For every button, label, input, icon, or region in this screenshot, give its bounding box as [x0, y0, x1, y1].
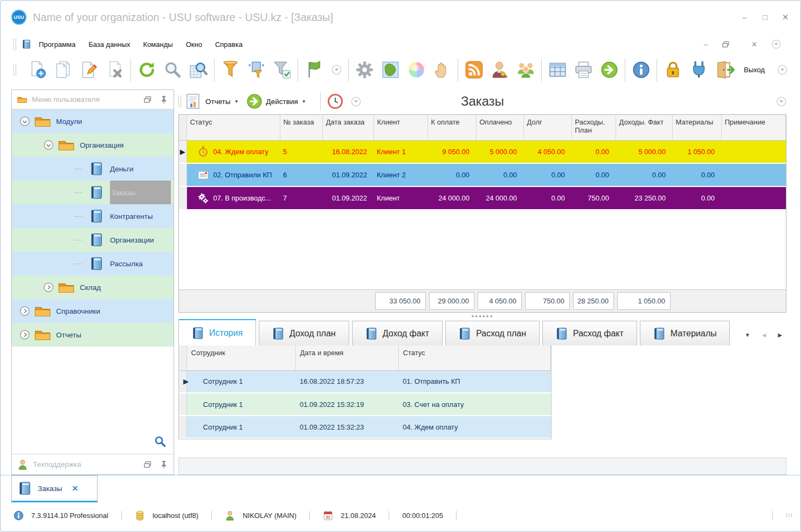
- history-row[interactable]: ▶ Сотрудник 1 16.08.2022 18:57:23 01. От…: [179, 370, 551, 393]
- content-toolbar-overflow-icon[interactable]: [351, 96, 361, 107]
- sidebar-item-rassylka[interactable]: Рассылка: [12, 252, 174, 275]
- menubar-overflow-icon[interactable]: [771, 39, 781, 49]
- mdi-restore-button[interactable]: [722, 40, 730, 49]
- timer-button[interactable]: [327, 93, 343, 109]
- history-row[interactable]: Сотрудник 1 01.09.2022 15:32:23 04. Ждем…: [179, 416, 551, 438]
- doc-tab-close-icon[interactable]: ✕: [72, 484, 78, 493]
- sidebar-item-sklad[interactable]: Склад: [12, 275, 174, 299]
- column-header[interactable]: Материалы: [672, 115, 721, 140]
- print-button[interactable]: [572, 59, 594, 81]
- expand-icon[interactable]: [19, 329, 30, 340]
- actions-dropdown[interactable]: Действия ▼: [246, 93, 306, 109]
- tabs-scroll-left-icon[interactable]: ◀: [762, 332, 767, 338]
- appearance-button[interactable]: [405, 59, 427, 81]
- mdi-close-button[interactable]: ✕: [751, 40, 757, 49]
- column-header[interactable]: Дата заказа: [322, 115, 374, 140]
- menubar-drag-handle[interactable]: [13, 38, 16, 50]
- menu-window[interactable]: Окно: [186, 40, 202, 49]
- sidebar-item-kontragenty[interactable]: Контрагенты: [12, 204, 174, 228]
- support-pin-icon[interactable]: [160, 460, 168, 469]
- history-column-header[interactable]: Сотрудник: [187, 346, 295, 370]
- tab-income-fact[interactable]: Доход факт: [352, 321, 443, 346]
- tabs-scroll-right-icon[interactable]: ▶: [778, 332, 782, 338]
- column-header[interactable]: Клиент: [374, 115, 427, 140]
- support-float-icon[interactable]: [143, 460, 152, 469]
- maximize-button[interactable]: □: [761, 12, 769, 22]
- history-column-header[interactable]: Статус: [398, 346, 551, 370]
- stop-button[interactable]: [431, 59, 453, 81]
- flag-button[interactable]: [303, 59, 324, 81]
- settings-button[interactable]: [354, 59, 375, 81]
- tab-expense-plan[interactable]: Расход план: [445, 321, 540, 346]
- map-button[interactable]: [379, 59, 401, 81]
- tree-search-icon[interactable]: [154, 436, 166, 447]
- history-column-header[interactable]: Дата и время: [295, 346, 398, 370]
- doc-tab-orders[interactable]: Заказы ✕: [11, 475, 98, 502]
- column-header[interactable]: Расходы. План: [571, 115, 616, 140]
- info-button[interactable]: [630, 59, 652, 81]
- expand-icon[interactable]: [43, 282, 54, 293]
- column-header[interactable]: Статус: [187, 115, 280, 140]
- content-toolbar-drag-handle[interactable]: [178, 95, 181, 107]
- menu-database[interactable]: База данных: [88, 40, 130, 49]
- sidebar-item-organizaciya[interactable]: Организация: [12, 133, 174, 157]
- reports-dropdown[interactable]: Отчеты ▼: [185, 93, 239, 109]
- sidebar-item-moduli[interactable]: Модули: [12, 109, 174, 133]
- column-header[interactable]: № заказа: [280, 115, 322, 140]
- sidebar-pin-icon[interactable]: [160, 95, 168, 104]
- tabs-dropdown-icon[interactable]: ▼: [745, 332, 750, 338]
- order-row-sent-offer[interactable]: 02. Отправили КП 6 01.09.2022 Клиент 2 0…: [179, 163, 786, 186]
- mdi-minimize-button[interactable]: –: [704, 40, 708, 49]
- toolbar-overflow-icon[interactable]: [332, 65, 342, 75]
- tab-income-plan[interactable]: Доход план: [259, 321, 349, 346]
- lock-button[interactable]: [662, 59, 683, 81]
- tab-history[interactable]: История: [178, 319, 256, 346]
- search-button[interactable]: [162, 59, 183, 81]
- export-button[interactable]: [598, 59, 620, 81]
- filter-button[interactable]: [219, 59, 241, 81]
- column-header[interactable]: Оплачено: [476, 115, 523, 140]
- sidebar-float-icon[interactable]: [143, 95, 152, 104]
- sidebar-item-dengi[interactable]: Деньги: [12, 157, 174, 181]
- refresh-button[interactable]: [136, 59, 157, 81]
- exit-button[interactable]: [714, 59, 738, 81]
- expand-icon[interactable]: [19, 306, 30, 316]
- history-row[interactable]: Сотрудник 1 01.09.2022 15:32:19 03. Счет…: [179, 393, 551, 416]
- table-button[interactable]: [547, 59, 568, 81]
- order-row-waiting-payment[interactable]: ▶ 04. Ждем оплату 5 16.08.2022 Клиент 1 …: [179, 140, 786, 163]
- tab-materials[interactable]: Материалы: [640, 321, 730, 346]
- resize-grip[interactable]: ⁝⁝⁝: [786, 512, 793, 519]
- tab-expense-fact[interactable]: Расход факт: [542, 321, 637, 346]
- users-button[interactable]: [515, 59, 536, 81]
- news-button[interactable]: [463, 59, 485, 81]
- toolbar-overflow-right-icon[interactable]: [777, 65, 788, 75]
- add-record-button[interactable]: [26, 59, 48, 81]
- copy-record-button[interactable]: [52, 59, 74, 81]
- connection-button[interactable]: [688, 59, 709, 81]
- filter-apply-button[interactable]: [271, 59, 293, 81]
- collapse-icon[interactable]: [43, 140, 54, 150]
- content-overflow-right-icon[interactable]: [776, 96, 786, 107]
- delete-record-button[interactable]: [104, 59, 126, 81]
- menu-commands[interactable]: Команды: [143, 40, 173, 49]
- order-row-in-production[interactable]: 07. В производс... 7 01.09.2022 Клиент 2…: [179, 186, 786, 210]
- sidebar-item-otchety[interactable]: Отчеты: [12, 323, 174, 347]
- column-header[interactable]: Доходы. Факт: [616, 115, 672, 140]
- column-header[interactable]: Примечание: [721, 115, 786, 140]
- edit-record-button[interactable]: [78, 59, 100, 81]
- menu-program[interactable]: Программа: [39, 40, 75, 49]
- close-button[interactable]: ✕: [781, 12, 790, 22]
- sidebar-item-zakazy[interactable]: Заказы: [12, 181, 174, 204]
- menu-help[interactable]: Справка: [215, 40, 243, 49]
- column-header[interactable]: К оплате: [427, 115, 476, 140]
- exit-label[interactable]: Выход: [744, 66, 765, 74]
- splitter-handle[interactable]: ●●●●●●: [178, 313, 786, 319]
- minimize-button[interactable]: –: [740, 12, 749, 22]
- advanced-search-button[interactable]: [188, 59, 209, 81]
- filter-column-button[interactable]: [245, 59, 267, 81]
- sidebar-item-spravochniki[interactable]: Справочники: [12, 299, 174, 323]
- column-header[interactable]: Долг: [523, 115, 571, 140]
- user-rights-button[interactable]: [489, 59, 510, 81]
- toolbar-drag-handle[interactable]: [13, 64, 16, 76]
- support-panel[interactable]: Техподдержка: [12, 454, 174, 474]
